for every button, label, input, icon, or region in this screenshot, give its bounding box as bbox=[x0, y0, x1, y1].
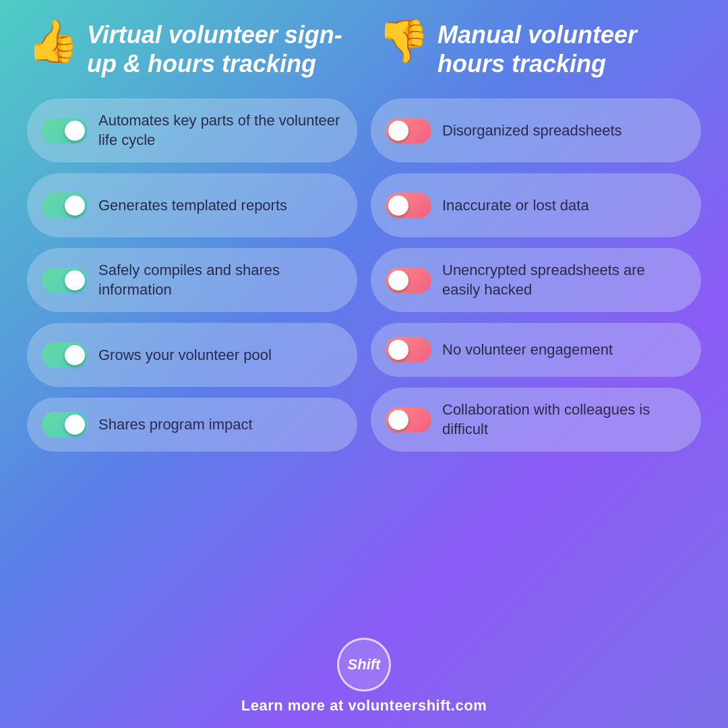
logo-text: Shift bbox=[348, 656, 381, 673]
left-row-item-5: Shares program impact bbox=[27, 398, 357, 452]
header-left: 👍 Virtual volunteer sign-up & hours trac… bbox=[27, 20, 351, 78]
content-grid: Automates key parts of the volunteer lif… bbox=[27, 98, 701, 626]
thumbs-up-icon: 👍 bbox=[27, 20, 79, 62]
left-row-text-3: Safely compiles and shares information bbox=[98, 261, 342, 299]
header: 👍 Virtual volunteer sign-up & hours trac… bbox=[27, 20, 701, 78]
toggle-off-4[interactable] bbox=[386, 337, 431, 363]
right-row-text-5: Collaboration with colleagues is difficu… bbox=[442, 400, 686, 439]
left-row-item-4: Grows your volunteer pool bbox=[27, 323, 357, 387]
left-row-item-3: Safely compiles and shares information bbox=[27, 248, 357, 312]
right-row-text-4: No volunteer engagement bbox=[442, 340, 686, 360]
right-row-item-2: Inaccurate or lost data bbox=[371, 173, 701, 237]
toggle-on-4[interactable] bbox=[42, 342, 88, 368]
left-row-item-1: Automates key parts of the volunteer lif… bbox=[27, 98, 357, 162]
left-row-text-4: Grows your volunteer pool bbox=[98, 346, 342, 365]
header-left-title: Virtual volunteer sign-up & hours tracki… bbox=[87, 20, 351, 78]
page: 👍 Virtual volunteer sign-up & hours trac… bbox=[0, 0, 728, 728]
left-column: Automates key parts of the volunteer lif… bbox=[27, 98, 357, 626]
thumbs-down-icon: 👎 bbox=[377, 20, 429, 62]
toggle-off-2[interactable] bbox=[386, 193, 431, 218]
toggle-on-3[interactable] bbox=[42, 268, 88, 293]
right-row-text-3: Unencrypted spreadsheets are easily hack… bbox=[442, 261, 686, 299]
header-right: 👎 Manual volunteer hours tracking bbox=[377, 20, 701, 78]
toggle-on-5[interactable] bbox=[42, 412, 88, 437]
toggle-off-1[interactable] bbox=[386, 118, 431, 144]
header-right-title: Manual volunteer hours tracking bbox=[437, 20, 701, 78]
right-row-item-1: Disorganized spreadsheets bbox=[371, 98, 701, 162]
toggle-off-3[interactable] bbox=[386, 268, 431, 293]
right-row-text-2: Inaccurate or lost data bbox=[442, 196, 686, 216]
left-row-text-1: Automates key parts of the volunteer lif… bbox=[98, 111, 342, 150]
right-row-item-4: No volunteer engagement bbox=[371, 323, 701, 377]
right-column: Disorganized spreadsheetsInaccurate or l… bbox=[371, 98, 701, 626]
right-row-item-5: Collaboration with colleagues is difficu… bbox=[371, 388, 701, 452]
left-row-text-2: Generates templated reports bbox=[98, 196, 342, 216]
footer: Shift Learn more at volunteershift.com bbox=[241, 638, 487, 715]
left-row-text-5: Shares program impact bbox=[98, 415, 342, 435]
left-row-item-2: Generates templated reports bbox=[27, 173, 357, 237]
logo-circle: Shift bbox=[337, 638, 391, 692]
right-row-item-3: Unencrypted spreadsheets are easily hack… bbox=[371, 248, 701, 312]
toggle-off-5[interactable] bbox=[386, 407, 431, 433]
right-row-text-1: Disorganized spreadsheets bbox=[442, 121, 686, 141]
toggle-on-1[interactable] bbox=[42, 118, 88, 144]
toggle-on-2[interactable] bbox=[42, 193, 88, 218]
footer-url: Learn more at volunteershift.com bbox=[241, 697, 487, 715]
